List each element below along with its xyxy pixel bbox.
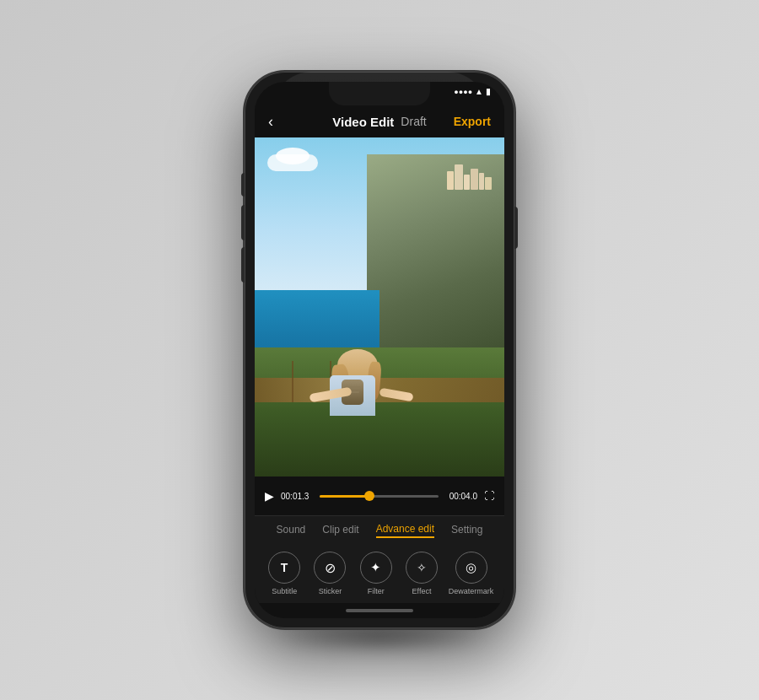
battery-icon: ▮ bbox=[486, 87, 491, 96]
play-button[interactable]: ▶ bbox=[265, 489, 274, 503]
tab-setting[interactable]: Setting bbox=[451, 524, 482, 537]
fence-post-1 bbox=[292, 361, 293, 401]
subtitle-icon: T bbox=[268, 552, 300, 584]
nav-export-button[interactable]: Export bbox=[454, 115, 491, 128]
dewatermark-icon: ◎ bbox=[455, 552, 487, 584]
tab-clip-edit[interactable]: Clip edit bbox=[322, 524, 358, 537]
tool-dewatermark[interactable]: ◎ Dewatermark bbox=[449, 552, 494, 595]
signal-icon: ●●●● bbox=[454, 88, 472, 96]
tool-filter[interactable]: ✦ Filter bbox=[357, 552, 395, 595]
time-end: 00:04.0 bbox=[445, 492, 477, 501]
volume-up-button[interactable] bbox=[241, 205, 245, 240]
volume-down-button[interactable] bbox=[241, 247, 245, 283]
back-button[interactable]: ‹ bbox=[268, 113, 273, 131]
fullscreen-button[interactable]: ⛶ bbox=[484, 490, 494, 502]
filter-icon: ✦ bbox=[360, 552, 392, 584]
phone-shell: ●●●● ▲ ▮ ‹ Video Edit Draft Export bbox=[245, 72, 514, 628]
effect-icon: ✧ bbox=[406, 552, 438, 584]
sticker-label: Sticker bbox=[319, 587, 342, 595]
nav-title: Video Edit bbox=[332, 115, 394, 129]
subtitle-label: Subtitle bbox=[272, 587, 297, 595]
edit-tabs: Sound Clip edit Advance edit Setting bbox=[255, 515, 504, 544]
mute-button[interactable] bbox=[241, 173, 245, 197]
phone-screen: ●●●● ▲ ▮ ‹ Video Edit Draft Export bbox=[255, 82, 504, 618]
tab-sound[interactable]: Sound bbox=[277, 524, 306, 537]
filter-label: Filter bbox=[368, 587, 385, 595]
tool-sticker[interactable]: ⊘ Sticker bbox=[311, 552, 349, 595]
status-icons: ●●●● ▲ ▮ bbox=[454, 87, 491, 96]
sticker-icon: ⊘ bbox=[314, 552, 346, 584]
tool-effect[interactable]: ✧ Effect bbox=[403, 552, 441, 595]
scene-clouds bbox=[267, 154, 318, 171]
power-button[interactable] bbox=[514, 207, 518, 249]
home-indicator bbox=[255, 603, 504, 618]
home-bar[interactable] bbox=[346, 609, 413, 612]
wifi-icon: ▲ bbox=[475, 87, 483, 96]
phone-frame: ●●●● ▲ ▮ ‹ Video Edit Draft Export bbox=[245, 72, 514, 628]
tool-subtitle[interactable]: T Subtitle bbox=[266, 552, 304, 595]
notch bbox=[329, 82, 430, 105]
dewatermark-label: Dewatermark bbox=[449, 587, 494, 595]
nav-bar: ‹ Video Edit Draft Export bbox=[255, 105, 504, 137]
buildings bbox=[447, 164, 492, 190]
nav-draft[interactable]: Draft bbox=[401, 115, 426, 128]
time-start: 00:01.3 bbox=[281, 492, 313, 501]
video-preview[interactable] bbox=[255, 137, 504, 477]
progress-fill bbox=[320, 495, 369, 498]
effect-label: Effect bbox=[412, 587, 432, 595]
tab-advance-edit[interactable]: Advance edit bbox=[376, 523, 434, 538]
playback-controls: ▶ 00:01.3 00:04.0 ⛶ bbox=[255, 477, 504, 515]
tools-row: T Subtitle ⊘ Sticker ✦ Filter ✧ Effect ◎ bbox=[255, 544, 504, 603]
video-scene bbox=[255, 137, 504, 477]
progress-bar[interactable] bbox=[320, 495, 439, 498]
progress-thumb[interactable] bbox=[364, 491, 374, 501]
